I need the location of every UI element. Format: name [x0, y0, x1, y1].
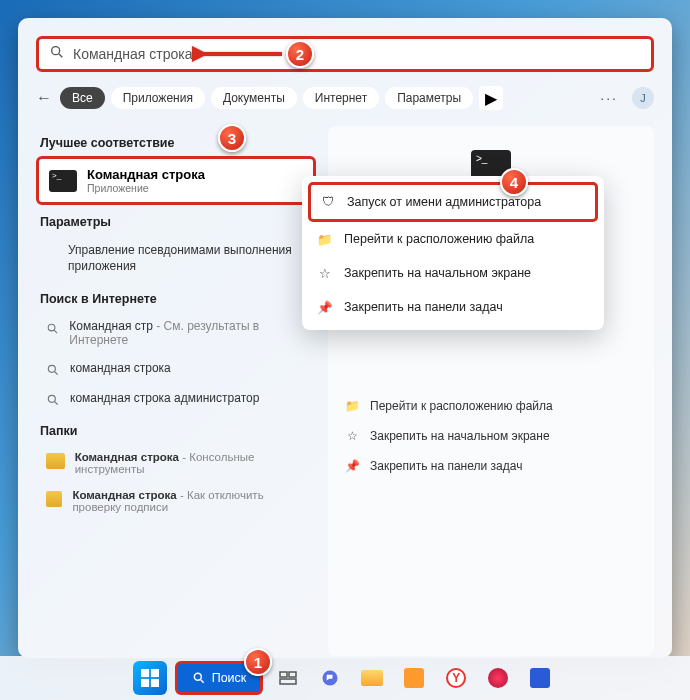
svg-point-12: [194, 673, 201, 680]
search-icon: [46, 393, 60, 407]
svg-rect-10: [141, 679, 149, 687]
svg-rect-8: [141, 669, 149, 677]
search-icon: [46, 363, 60, 377]
svg-line-1: [59, 54, 62, 57]
tab-settings[interactable]: Параметры: [385, 87, 473, 109]
section-best-match: Лучшее соответствие: [40, 136, 316, 150]
folder-result[interactable]: Командная строка - Как отключить проверк…: [36, 482, 316, 520]
preview-panel: Командная строка 🛡 Запуск от имени админ…: [328, 126, 654, 656]
folder-result[interactable]: Командная строка - Консольные инструмент…: [36, 444, 316, 482]
explorer-icon[interactable]: [355, 661, 389, 695]
cm-pin-start[interactable]: ☆ Закрепить на начальном экране: [308, 256, 598, 290]
svg-line-13: [200, 680, 203, 683]
overflow-menu-icon[interactable]: ···: [600, 90, 618, 106]
folder-icon: 📁: [344, 398, 360, 414]
tab-web[interactable]: Интернет: [303, 87, 379, 109]
save-icon[interactable]: [523, 661, 557, 695]
svg-rect-16: [280, 679, 296, 684]
svg-point-4: [48, 366, 55, 373]
svg-rect-11: [151, 679, 159, 687]
tab-apps[interactable]: Приложения: [111, 87, 205, 109]
pin-icon: 📌: [316, 298, 334, 316]
taskbar: Поиск Y: [0, 656, 690, 700]
search-icon: [49, 44, 65, 64]
tab-all[interactable]: Все: [60, 87, 105, 109]
search-input[interactable]: [73, 46, 641, 62]
section-folders: Папки: [40, 424, 316, 438]
action-pin-start[interactable]: ☆ Закрепить на начальном экране: [338, 421, 644, 451]
cm-open-location[interactable]: 📁 Перейти к расположению файла: [308, 222, 598, 256]
svg-point-6: [48, 396, 55, 403]
svg-point-0: [52, 47, 60, 55]
context-menu: 🛡 Запуск от имени администратора 📁 Перей…: [302, 176, 604, 330]
folder-icon: [46, 491, 62, 507]
best-match-item[interactable]: Командная строка Приложение: [36, 156, 316, 205]
cm-run-as-admin[interactable]: 🛡 Запуск от имени администратора: [308, 182, 598, 222]
pin-icon: ☆: [316, 264, 334, 282]
web-result[interactable]: Командная стр - См. результаты в Интерне…: [36, 312, 316, 354]
chat-icon[interactable]: [313, 661, 347, 695]
search-icon: [46, 321, 59, 335]
pin-icon: 📌: [344, 458, 360, 474]
more-filters-icon[interactable]: ▶: [479, 86, 503, 110]
search-box[interactable]: [36, 36, 654, 72]
app-icon[interactable]: [397, 661, 431, 695]
svg-rect-9: [151, 669, 159, 677]
svg-line-3: [54, 330, 57, 333]
start-button[interactable]: [133, 661, 167, 695]
best-match-subtitle: Приложение: [87, 182, 205, 194]
search-window: ← Все Приложения Документы Интернет Пара…: [18, 18, 672, 658]
back-icon[interactable]: ←: [36, 89, 54, 107]
filter-tabs: ← Все Приложения Документы Интернет Пара…: [36, 86, 654, 110]
action-open-location[interactable]: 📁 Перейти к расположению файла: [338, 391, 644, 421]
cm-pin-taskbar[interactable]: 📌 Закрепить на панели задач: [308, 290, 598, 324]
web-result[interactable]: командная строка: [36, 354, 316, 384]
web-result[interactable]: командная строка администратор: [36, 384, 316, 414]
app-icon[interactable]: [481, 661, 515, 695]
settings-result[interactable]: Управление псевдонимами выполнения прило…: [36, 235, 316, 282]
svg-rect-15: [289, 672, 296, 677]
tab-documents[interactable]: Документы: [211, 87, 297, 109]
folder-icon: 📁: [316, 230, 334, 248]
svg-line-5: [55, 372, 58, 375]
svg-point-2: [48, 324, 55, 331]
step-badge-1: 1: [244, 648, 272, 676]
arrow-icon: [192, 44, 284, 68]
svg-rect-14: [280, 672, 287, 677]
results-panel: Лучшее соответствие Командная строка При…: [36, 126, 316, 656]
cmd-icon: [49, 170, 77, 192]
step-badge-2: 2: [286, 40, 314, 68]
folder-icon: [46, 453, 65, 469]
action-pin-taskbar[interactable]: 📌 Закрепить на панели задач: [338, 451, 644, 481]
section-web: Поиск в Интернете: [40, 292, 316, 306]
step-badge-4: 4: [500, 168, 528, 196]
section-settings: Параметры: [40, 215, 316, 229]
step-badge-3: 3: [218, 124, 246, 152]
shield-icon: 🛡: [319, 193, 337, 211]
best-match-title: Командная строка: [87, 167, 205, 182]
task-view-icon[interactable]: [271, 661, 305, 695]
user-avatar[interactable]: J: [632, 87, 654, 109]
pin-icon: ☆: [344, 428, 360, 444]
browser-icon[interactable]: Y: [439, 661, 473, 695]
svg-line-7: [55, 402, 58, 405]
